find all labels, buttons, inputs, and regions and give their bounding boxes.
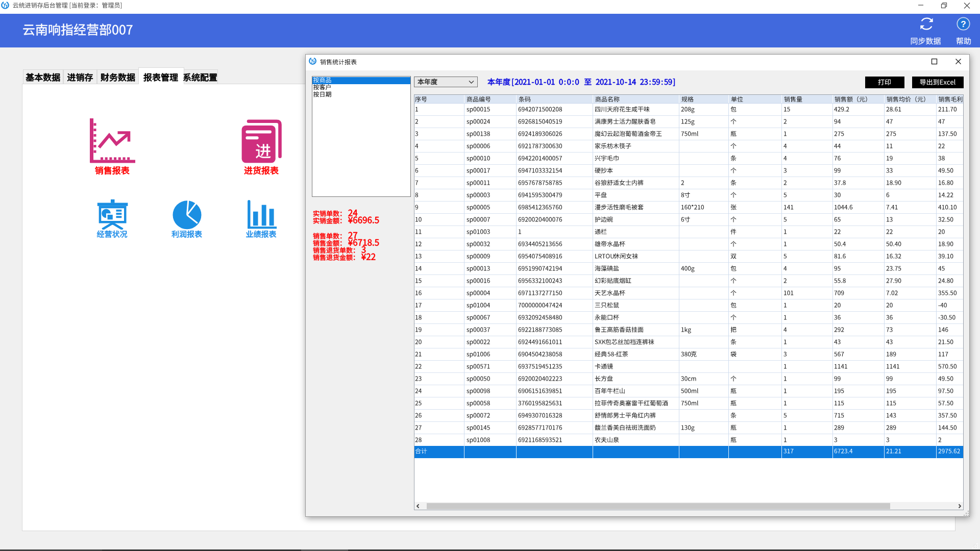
svg-text:?: ? — [961, 19, 966, 29]
